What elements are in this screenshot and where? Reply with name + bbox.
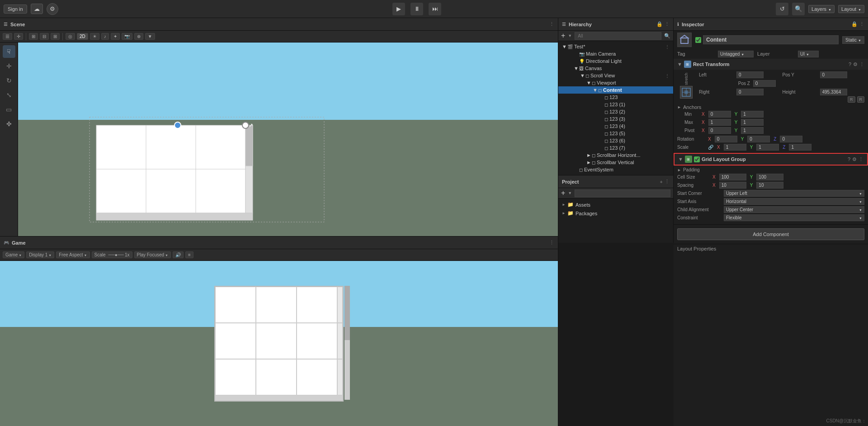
- blueprint-r-btn[interactable]: R: [848, 96, 855, 103]
- height-input[interactable]: [820, 89, 847, 95]
- hier-item-123-0[interactable]: ◻ 123: [558, 94, 673, 101]
- game-stats-btn[interactable]: ≡: [185, 251, 193, 258]
- static-dropdown[interactable]: Static: [842, 36, 864, 44]
- camera-btn[interactable]: 📷: [122, 33, 132, 40]
- spacing-x-input[interactable]: [719, 182, 746, 189]
- posz-input[interactable]: [753, 80, 776, 87]
- tag-dropdown[interactable]: Untagged: [718, 51, 754, 57]
- anchor-min-x-input[interactable]: [708, 111, 731, 118]
- start-corner-dropdown[interactable]: Upper Left: [724, 190, 864, 197]
- cell-size-y-input[interactable]: [756, 174, 783, 180]
- hier-item-canvas[interactable]: ▼ 🖼 Canvas: [558, 65, 673, 72]
- game-scrollbar-v[interactable]: [344, 286, 350, 400]
- hier-item-viewport[interactable]: ▼ ◻ Viewport: [558, 79, 673, 86]
- project-dropdown-arrow[interactable]: ▼: [568, 191, 572, 195]
- constraint-dropdown[interactable]: Flexible: [724, 214, 864, 221]
- move-tool-btn[interactable]: ✛: [14, 33, 23, 40]
- hier-item-scrollbar-v[interactable]: ► ◻ Scrollbar Vertical: [558, 159, 673, 166]
- sign-in-button[interactable]: Sign in: [4, 5, 27, 14]
- rect-transform-settings-icon[interactable]: ⚙: [853, 62, 858, 67]
- rotate-scene-tool[interactable]: ↻: [3, 74, 15, 87]
- grid2-btn[interactable]: ⊟: [40, 33, 49, 40]
- grid-layout-header[interactable]: ▼ ⊞ Grid Layout Group ? ⚙ ⋮: [674, 153, 868, 166]
- hier-menu-icon[interactable]: ⋮: [665, 21, 670, 27]
- grid-layout-help-icon[interactable]: ?: [848, 156, 850, 162]
- grid-layout-menu-icon[interactable]: ⋮: [859, 156, 863, 162]
- scroll-view-opts[interactable]: ⋮: [665, 73, 670, 78]
- game-scrollbar-h[interactable]: [215, 395, 343, 401]
- hier-item-123-7[interactable]: ◻ 123 (7): [558, 144, 673, 151]
- history-button[interactable]: ↺: [776, 3, 788, 15]
- settings-button[interactable]: ⚙: [47, 3, 58, 15]
- transform-scene-tool[interactable]: ✤: [3, 118, 15, 130]
- anchor-min-y-input[interactable]: [741, 111, 764, 118]
- blueprint-r-btn2[interactable]: R: [857, 96, 865, 103]
- play-button[interactable]: ▶: [392, 3, 405, 15]
- obj-active-checkbox[interactable]: [695, 37, 701, 43]
- pause-button[interactable]: ⏸: [410, 3, 423, 15]
- rot-y-input[interactable]: [747, 136, 770, 142]
- hier-lock-icon[interactable]: 🔒: [656, 21, 663, 27]
- hand-scene-tool[interactable]: ☟: [3, 45, 15, 58]
- hand-tool-btn[interactable]: ☰: [3, 33, 12, 40]
- project-add-btn[interactable]: +: [660, 179, 663, 185]
- start-axis-dropdown[interactable]: Horizontal: [724, 198, 864, 205]
- move-scene-tool[interactable]: ✛: [3, 60, 15, 72]
- transform-btn[interactable]: ◎: [66, 33, 75, 40]
- hier-item-main-camera[interactable]: 📷 Main Camera: [558, 50, 673, 57]
- project-item-assets[interactable]: ► 📁 Assets: [562, 200, 670, 209]
- hier-item-123-6[interactable]: ◻ 123 (6): [558, 137, 673, 144]
- scene-menu-icon[interactable]: ⋮: [549, 21, 554, 27]
- anchor-max-y-input[interactable]: [741, 119, 764, 126]
- obj-name-input[interactable]: [703, 35, 839, 44]
- scale-x-input[interactable]: [724, 144, 746, 151]
- hier-item-content[interactable]: ▼ ◻ Content: [558, 86, 673, 94]
- hier-search-input[interactable]: [575, 32, 661, 40]
- game-menu-icon[interactable]: ⋮: [549, 240, 554, 246]
- fx-btn[interactable]: ✦: [111, 33, 120, 40]
- right-input[interactable]: [736, 89, 764, 95]
- hier-search-icon[interactable]: 🔍: [664, 33, 670, 39]
- child-alignment-dropdown[interactable]: Upper Center: [724, 206, 864, 213]
- game-display-dropdown[interactable]: Display 1: [26, 251, 54, 258]
- grid-layout-checkbox[interactable]: [694, 156, 700, 162]
- hier-item-test[interactable]: ▼ 🎬 Test* ⋮: [558, 43, 673, 50]
- rect-transform-menu-icon[interactable]: ⋮: [859, 62, 864, 67]
- hier-item-123-2[interactable]: ◻ 123 (2): [558, 108, 673, 115]
- layer-dropdown[interactable]: UI: [798, 51, 819, 57]
- step-button[interactable]: ⏭: [429, 3, 441, 15]
- light-btn[interactable]: ☀: [90, 33, 99, 40]
- hier-item-123-4[interactable]: ◻ 123 (4): [558, 123, 673, 130]
- gizmo-btn[interactable]: ⊕: [134, 33, 143, 40]
- scale-z-input[interactable]: [789, 144, 811, 151]
- project-item-packages[interactable]: ► 📁 Packages: [562, 209, 670, 218]
- game-audio-btn[interactable]: 🔊: [173, 251, 184, 258]
- hier-dropdown-arrow[interactable]: ▼: [568, 33, 572, 38]
- hier-item-scroll-view[interactable]: ▼ ◻ Scroll View ⋮: [558, 72, 673, 79]
- hier-item-scrollbar-h[interactable]: ► ◻ Scrollbar Horizont...: [558, 151, 673, 159]
- left-input[interactable]: [736, 71, 764, 78]
- 2d-btn[interactable]: 2D: [77, 33, 88, 40]
- inspector-lock-icon[interactable]: 🔒: [851, 21, 858, 27]
- rot-x-input[interactable]: [715, 136, 737, 142]
- pivot-diagram[interactable]: [680, 86, 693, 99]
- hier-add-btn[interactable]: +: [561, 32, 565, 40]
- hier-item-123-1[interactable]: ◻ 123 (1): [558, 101, 673, 108]
- rect-scene-tool[interactable]: ▭: [3, 103, 15, 116]
- game-aspect-dropdown[interactable]: Free Aspect: [56, 251, 90, 258]
- scale-y-input[interactable]: [756, 144, 779, 151]
- project-search-input[interactable]: [575, 189, 670, 197]
- search-button[interactable]: 🔍: [792, 3, 805, 15]
- layout-dropdown[interactable]: Layout: [838, 5, 864, 13]
- grid-layout-settings-icon[interactable]: ⚙: [852, 156, 857, 162]
- game-mode-dropdown[interactable]: Game: [3, 251, 24, 258]
- inspector-menu-icon[interactable]: ⋮: [859, 21, 864, 27]
- scale-slider[interactable]: ──●──: [108, 252, 124, 257]
- audio-btn[interactable]: ♪: [101, 33, 109, 40]
- rect-transform-header[interactable]: ▼ ⊞ Rect Transform ? ⚙ ⋮: [674, 59, 868, 70]
- posy-input[interactable]: [820, 71, 847, 78]
- spacing-y-input[interactable]: [756, 182, 783, 189]
- hier-item-dir-light[interactable]: 💡 Directional Light: [558, 57, 673, 65]
- cloud-button[interactable]: ☁: [31, 4, 43, 14]
- rect-transform-help-icon[interactable]: ?: [849, 62, 851, 67]
